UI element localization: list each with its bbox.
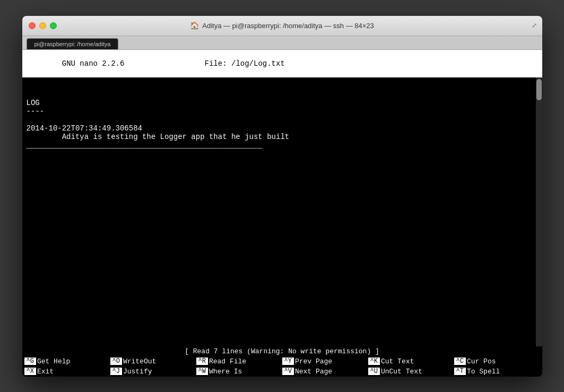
shortcut-label: Get Help — [37, 358, 70, 365]
shortcut-label: WriteOut — [123, 358, 156, 365]
shortcut-label: Prev Page — [295, 358, 332, 365]
minimize-button[interactable] — [39, 22, 46, 29]
shortcut-item[interactable]: ^U UnCut Text — [368, 368, 450, 376]
shortcut-item[interactable]: ^K Cut Text — [368, 358, 450, 365]
shortcut-item[interactable]: ^O WriteOut — [110, 358, 192, 365]
shortcut-label: Read File — [209, 358, 246, 365]
shortcut-item[interactable]: ^Y Prev Page — [282, 358, 364, 365]
shortcut-label: Justify — [123, 368, 152, 376]
shortcut-key: ^Y — [282, 358, 294, 365]
shortcut-label: Where Is — [209, 368, 242, 376]
shortcut-row-2: ^X Exit^J Justify^W Where Is^V Next Page… — [22, 367, 542, 377]
resize-button[interactable]: ⤢ — [532, 22, 537, 29]
shortcut-item[interactable]: ^X Exit — [24, 368, 106, 376]
terminal-tab[interactable]: pi@raspberrypi: /home/aditya — [27, 38, 119, 49]
shortcut-item[interactable]: ^V Next Page — [282, 368, 364, 376]
shortcut-item[interactable]: ^G Get Help — [24, 358, 106, 365]
shortcut-bar: ^G Get Help^O WriteOut^R Read File^Y Pre… — [22, 356, 542, 377]
traffic-lights — [29, 22, 57, 29]
shortcut-label: To Spell — [467, 368, 500, 376]
shortcut-key: ^K — [368, 358, 380, 365]
title-bar: 🏠 Aditya — pi@raspberrypi: /home/aditya … — [22, 16, 542, 36]
shortcut-key: ^G — [24, 358, 36, 365]
shortcut-item[interactable]: ^R Read File — [196, 358, 278, 365]
shortcut-label: Next Page — [295, 368, 332, 376]
shortcut-row-1: ^G Get Help^O WriteOut^R Read File^Y Pre… — [22, 356, 542, 367]
shortcut-key: ^R — [196, 358, 208, 365]
shortcut-label: UnCut Text — [381, 368, 422, 376]
tab-bar: pi@raspberrypi: /home/aditya — [22, 36, 542, 50]
close-button[interactable] — [29, 22, 36, 29]
shortcut-item[interactable]: ^T To Spell — [454, 368, 536, 376]
shortcut-key: ^U — [368, 368, 380, 375]
terminal-window: 🏠 Aditya — pi@raspberrypi: /home/aditya … — [22, 16, 542, 377]
shortcut-label: Cur Pos — [467, 358, 496, 365]
shortcut-key: ^C — [454, 358, 466, 365]
shortcut-key: ^O — [110, 358, 122, 365]
terminal-area[interactable]: GNU nano 2.2.6 File: /log/Log.txt LOG --… — [22, 50, 542, 377]
scrollbar-thumb[interactable] — [536, 79, 542, 100]
nano-header: GNU nano 2.2.6 File: /log/Log.txt — [22, 50, 542, 77]
shortcut-item[interactable]: ^W Where Is — [196, 368, 278, 376]
shortcut-key: ^J — [110, 368, 122, 375]
shortcut-key: ^V — [282, 368, 294, 375]
shortcut-item[interactable]: ^C Cur Pos — [454, 358, 536, 365]
terminal-content[interactable]: LOG ---- 2014-10-22T07:34:49.306584 Adit… — [22, 77, 542, 346]
scrollbar[interactable] — [536, 77, 542, 346]
shortcut-key: ^T — [454, 368, 466, 375]
status-bar: [ Read 7 lines (Warning: No write permis… — [22, 346, 542, 356]
shortcut-label: Cut Text — [381, 358, 414, 365]
shortcut-label: Exit — [37, 368, 54, 376]
window-title: 🏠 Aditya — pi@raspberrypi: /home/aditya … — [190, 21, 374, 30]
maximize-button[interactable] — [50, 22, 57, 29]
shortcut-item[interactable]: ^J Justify — [110, 368, 192, 376]
shortcut-key: ^W — [196, 368, 208, 375]
shortcut-key: ^X — [24, 368, 36, 375]
home-icon: 🏠 — [190, 21, 199, 30]
